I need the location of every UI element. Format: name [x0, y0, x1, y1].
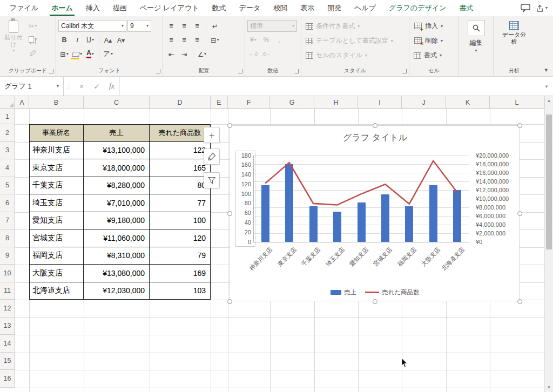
row-header-1[interactable]: 1: [0, 109, 15, 124]
table-cell-count[interactable]: 169: [150, 265, 211, 282]
table-cell-count[interactable]: 77: [150, 194, 211, 212]
left-axis-label: 80: [234, 200, 251, 206]
column-header-D[interactable]: D: [150, 96, 211, 109]
chart-selection-handle[interactable]: [517, 123, 522, 128]
table-cell-name[interactable]: 千葉支店: [29, 177, 84, 195]
column-header-G[interactable]: G: [270, 96, 314, 109]
category-label: 北海道支店: [440, 246, 466, 272]
category-label: 千葉支店: [300, 246, 322, 268]
row-header-6[interactable]: 6: [0, 194, 15, 212]
bar-売上[interactable]: [453, 190, 461, 242]
select-all-corner[interactable]: ◢: [0, 96, 15, 109]
row-header-2[interactable]: 2: [0, 124, 15, 142]
column-header-E[interactable]: E: [211, 96, 228, 109]
column-header-I[interactable]: I: [358, 96, 402, 109]
table-cell-sales[interactable]: ¥12,030,000: [84, 282, 150, 300]
table-cell-count[interactable]: 80: [150, 177, 211, 195]
table-cell-count[interactable]: 165: [150, 159, 211, 177]
chart[interactable]: グラフ タイトル180160140120100806040200¥20,000,…: [230, 125, 520, 301]
table-cell-name[interactable]: 北海道支店: [29, 282, 84, 300]
chart-selection-handle[interactable]: [517, 211, 522, 216]
table-cell-name[interactable]: 神奈川支店: [29, 142, 84, 160]
table-cell-sales[interactable]: ¥8,280,000: [84, 177, 150, 195]
bar-売上[interactable]: [333, 212, 341, 242]
column-header-J[interactable]: J: [402, 96, 446, 109]
table-cell-count[interactable]: 79: [150, 247, 211, 265]
bar-売上[interactable]: [405, 206, 413, 242]
table-cell-name[interactable]: 福岡支店: [29, 247, 84, 265]
table-cell-sales[interactable]: ¥9,180,000: [84, 212, 150, 230]
bar-売上[interactable]: [285, 164, 293, 242]
table-cell-name[interactable]: 埼玉支店: [29, 194, 84, 212]
table-cell-name[interactable]: 宮城支店: [29, 229, 84, 247]
chart-title[interactable]: グラフ タイトル: [230, 132, 520, 144]
chart-legend[interactable]: 売上売れた商品数: [230, 288, 520, 296]
table-cell-name[interactable]: 東京支店: [29, 159, 84, 177]
table-header-cell[interactable]: 売れた商品数: [150, 124, 211, 142]
chart-x-axis: [253, 242, 469, 242]
row-header-7[interactable]: 7: [0, 212, 15, 230]
mouse-cursor: [401, 357, 408, 370]
chart-selection-handle[interactable]: [373, 299, 377, 304]
row-header-9[interactable]: 9: [0, 247, 15, 265]
chart-selection-handle[interactable]: [373, 123, 377, 128]
chart-selection-handle[interactable]: [517, 299, 522, 304]
bar-売上[interactable]: [309, 206, 318, 242]
table-cell-sales[interactable]: ¥7,010,000: [84, 194, 150, 212]
table-cell-count[interactable]: 122: [150, 142, 211, 160]
column-header-C[interactable]: C: [84, 96, 150, 109]
table-cell-sales[interactable]: ¥8,310,000: [84, 247, 150, 265]
bar-売上[interactable]: [358, 202, 366, 242]
chart-selection-handle[interactable]: [227, 299, 232, 304]
left-axis-label: 60: [234, 209, 251, 216]
row-header-11[interactable]: 11: [0, 282, 15, 300]
chart-filters-button[interactable]: [204, 172, 220, 188]
chart-selection-handle[interactable]: [227, 123, 232, 128]
scroll-down-button[interactable]: ▼: [545, 383, 553, 392]
column-header-L[interactable]: L: [490, 96, 544, 109]
row-header-12[interactable]: 12: [0, 300, 15, 317]
right-axis-label: ¥2,000,000: [476, 230, 505, 236]
select-all-triangle: ◢: [9, 102, 14, 107]
right-axis-label: ¥10,000,000: [476, 195, 509, 202]
table-cell-count[interactable]: 120: [150, 229, 211, 247]
chart-styles-button[interactable]: [204, 148, 220, 165]
category-label: 埼玉支店: [323, 246, 346, 268]
chart-elements-button[interactable]: ＋: [204, 127, 220, 143]
table-cell-name[interactable]: 大阪支店: [29, 265, 84, 282]
table-cell-sales[interactable]: ¥13,100,000: [84, 142, 150, 160]
row-header-8[interactable]: 8: [0, 229, 15, 247]
vertical-scrollbar[interactable]: ▲ ▼: [544, 96, 553, 392]
table-cell-name[interactable]: 愛知支店: [29, 212, 84, 230]
table-header-cell[interactable]: 事業所名: [29, 124, 84, 142]
table-cell-count[interactable]: 100: [150, 212, 211, 230]
row-header-5[interactable]: 5: [0, 177, 15, 195]
column-header-H[interactable]: H: [314, 96, 358, 109]
bar-売上[interactable]: [429, 185, 437, 242]
bar-売上[interactable]: [381, 194, 389, 242]
column-header-A[interactable]: A: [15, 96, 29, 109]
row-header-3[interactable]: 3: [0, 142, 15, 160]
scrollbar-thumb[interactable]: [546, 114, 552, 249]
left-axis-label: 20: [234, 229, 251, 235]
left-axis-label: 160: [234, 161, 251, 168]
table-cell-count[interactable]: 103: [150, 282, 211, 300]
row-header-10[interactable]: 10: [0, 265, 15, 282]
right-axis-label: ¥6,000,000: [476, 213, 505, 219]
table-cell-sales[interactable]: ¥13,080,000: [84, 265, 150, 282]
chart-selection-handle[interactable]: [227, 211, 232, 216]
row-header-14[interactable]: 14: [0, 335, 15, 353]
scroll-up-button[interactable]: ▲: [545, 96, 553, 105]
table-header-cell[interactable]: 売上: [84, 124, 150, 142]
table-cell-sales[interactable]: ¥11,060,000: [84, 229, 150, 247]
row-header-15[interactable]: 15: [0, 353, 15, 370]
bar-売上[interactable]: [261, 185, 269, 242]
row-header-16[interactable]: 16: [0, 370, 15, 388]
column-header-K[interactable]: K: [446, 96, 490, 109]
column-header-B[interactable]: B: [29, 96, 84, 109]
column-header-F[interactable]: F: [228, 96, 270, 109]
row-header-4[interactable]: 4: [0, 159, 15, 177]
right-axis-label: ¥12,000,000: [476, 187, 509, 193]
row-header-13[interactable]: 13: [0, 317, 15, 335]
table-cell-sales[interactable]: ¥18,000,000: [84, 159, 150, 177]
